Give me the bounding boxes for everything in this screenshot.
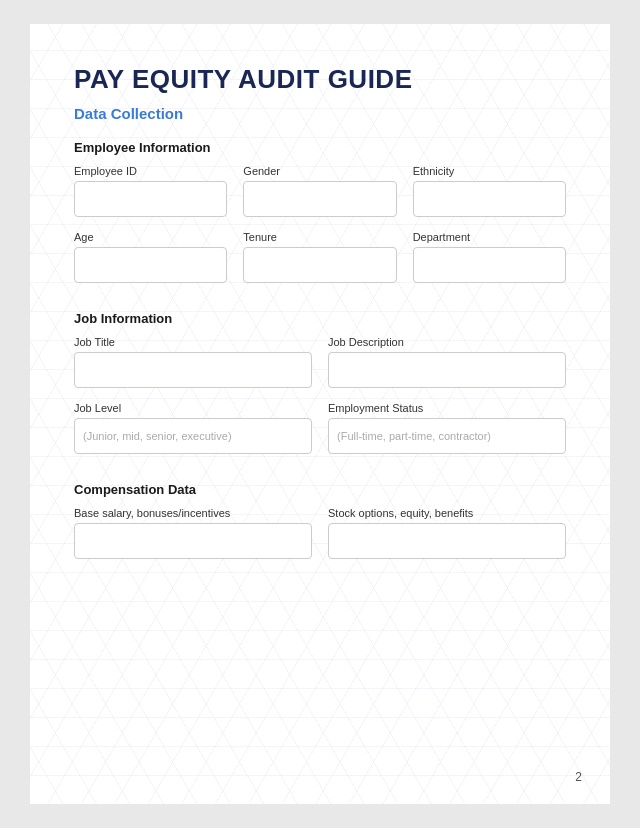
employee-information-title: Employee Information xyxy=(74,140,566,155)
employee-row-1: Employee ID Gender Ethnicity xyxy=(74,165,566,217)
base-salary-label: Base salary, bonuses/incentives xyxy=(74,507,312,519)
job-information-section: Job Information Job Title Job Descriptio… xyxy=(74,311,566,454)
employee-row-2: Age Tenure Department xyxy=(74,231,566,283)
stock-options-group: Stock options, equity, benefits xyxy=(328,507,566,559)
employee-id-label: Employee ID xyxy=(74,165,227,177)
job-title-input[interactable] xyxy=(74,352,312,388)
compensation-data-section: Compensation Data Base salary, bonuses/i… xyxy=(74,482,566,559)
age-label: Age xyxy=(74,231,227,243)
department-group: Department xyxy=(413,231,566,283)
job-level-input[interactable] xyxy=(74,418,312,454)
compensation-data-title: Compensation Data xyxy=(74,482,566,497)
employment-status-group: Employment Status xyxy=(328,402,566,454)
employment-status-input[interactable] xyxy=(328,418,566,454)
job-title-label: Job Title xyxy=(74,336,312,348)
page-title: PAY EQUITY AUDIT GUIDE xyxy=(74,64,566,95)
job-description-label: Job Description xyxy=(328,336,566,348)
gender-input[interactable] xyxy=(243,181,396,217)
ethnicity-input[interactable] xyxy=(413,181,566,217)
age-input[interactable] xyxy=(74,247,227,283)
employee-id-input[interactable] xyxy=(74,181,227,217)
department-label: Department xyxy=(413,231,566,243)
employee-information-section: Employee Information Employee ID Gender … xyxy=(74,140,566,283)
gender-group: Gender xyxy=(243,165,396,217)
tenure-group: Tenure xyxy=(243,231,396,283)
age-group: Age xyxy=(74,231,227,283)
tenure-label: Tenure xyxy=(243,231,396,243)
job-level-label: Job Level xyxy=(74,402,312,414)
gender-label: Gender xyxy=(243,165,396,177)
job-level-group: Job Level xyxy=(74,402,312,454)
stock-options-input[interactable] xyxy=(328,523,566,559)
job-information-title: Job Information xyxy=(74,311,566,326)
base-salary-input[interactable] xyxy=(74,523,312,559)
employment-status-label: Employment Status xyxy=(328,402,566,414)
compensation-row-1: Base salary, bonuses/incentives Stock op… xyxy=(74,507,566,559)
employee-id-group: Employee ID xyxy=(74,165,227,217)
data-collection-section: Data Collection Employee Information Emp… xyxy=(74,105,566,559)
job-title-group: Job Title xyxy=(74,336,312,388)
ethnicity-group: Ethnicity xyxy=(413,165,566,217)
tenure-input[interactable] xyxy=(243,247,396,283)
job-row-2: Job Level Employment Status xyxy=(74,402,566,454)
data-collection-label: Data Collection xyxy=(74,105,566,122)
stock-options-label: Stock options, equity, benefits xyxy=(328,507,566,519)
job-row-1: Job Title Job Description xyxy=(74,336,566,388)
job-description-group: Job Description xyxy=(328,336,566,388)
base-salary-group: Base salary, bonuses/incentives xyxy=(74,507,312,559)
job-description-input[interactable] xyxy=(328,352,566,388)
page-number: 2 xyxy=(575,770,582,784)
department-input[interactable] xyxy=(413,247,566,283)
ethnicity-label: Ethnicity xyxy=(413,165,566,177)
page-container: PAY EQUITY AUDIT GUIDE Data Collection E… xyxy=(30,24,610,804)
